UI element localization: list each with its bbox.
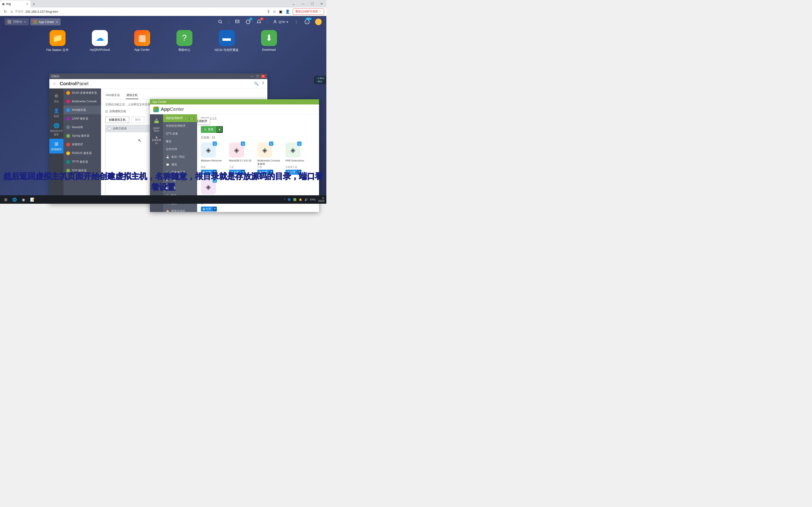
update-button[interactable]: 重新启动即可更新 ⋮ xyxy=(293,8,324,15)
desktop-icon-download[interactable]: ⬇ Download xyxy=(256,30,282,52)
leftnav-privilege[interactable]: 👤权限 xyxy=(49,106,63,120)
sidebar-item-partner[interactable]: 合作伙伴 xyxy=(163,145,197,153)
search-icon[interactable]: 🔍 xyxy=(254,81,259,86)
new-tab-button[interactable]: + xyxy=(31,1,37,7)
sublist-item-ldap[interactable]: LDAP 服务器 xyxy=(63,114,101,123)
select-all-checkbox[interactable] xyxy=(108,127,111,130)
desktop-icon-iscsi[interactable]: ▬ iSCSI 与光纤通道 xyxy=(214,30,240,52)
chevron-down-icon: ▾ xyxy=(287,20,288,24)
ac-leftbar-qnapstore[interactable]: QNAP Store xyxy=(150,125,163,134)
app-card[interactable]: ◈Q Multimedia Console 多媒体 工具 ◉ 打开 ▾ xyxy=(257,143,281,175)
qnap-tab-control-panel[interactable]: 控制台 × xyxy=(5,18,29,25)
tray-icon[interactable]: 🔵 xyxy=(288,198,291,201)
search-icon[interactable] xyxy=(217,19,223,25)
notepad-icon[interactable]: 📝 xyxy=(29,196,36,203)
app-icon: ◈Q xyxy=(229,143,244,158)
create-vhost-button[interactable]: 创建虚拟主机 xyxy=(105,117,129,123)
close-icon[interactable]: × xyxy=(26,2,28,6)
extensions-icon[interactable]: ▣ xyxy=(279,9,283,14)
qnap-tab-app-center[interactable]: App Center × xyxy=(30,18,61,25)
maximize-icon[interactable]: ☐ xyxy=(255,75,260,78)
apps-icon: ⊞ xyxy=(151,118,162,121)
app-card[interactable]: ◈Q Malware Remover 安全 ◉ 打开 ▾ xyxy=(201,143,224,175)
close-icon[interactable]: × xyxy=(24,20,26,24)
ac-titlebar[interactable]: App Center xyxy=(150,99,319,105)
info-icon[interactable]: 10+ xyxy=(304,19,310,25)
open-dropdown[interactable]: ▾ xyxy=(213,207,217,212)
sidebar-item-myapps[interactable]: 我的应用程序 13 xyxy=(163,114,197,122)
maximize-icon[interactable]: ☐ xyxy=(308,0,317,7)
desktop-icon-help[interactable]: ? 帮助中心 xyxy=(171,30,197,52)
chevron-down-icon[interactable]: ⌄ xyxy=(289,0,298,7)
sidebar-item-recommend[interactable]: 建议 xyxy=(163,137,197,145)
close-icon[interactable]: ✕ xyxy=(261,75,265,78)
leftnav-apps[interactable]: ⊞应用程序 xyxy=(49,139,63,154)
minimize-icon[interactable]: — xyxy=(250,75,254,78)
tab-webserver[interactable]: Web服务器 xyxy=(105,92,120,99)
open-button[interactable]: ◉ 打开 xyxy=(201,207,213,212)
delete-button[interactable]: 删除 xyxy=(132,117,144,123)
window-title: 控制台 xyxy=(51,74,60,78)
user-menu[interactable]: QYH ▾ xyxy=(273,20,288,24)
sidebar-item-allapps[interactable]: 全部的应用程序 xyxy=(163,122,197,130)
update-button[interactable]: ↻ 更新 xyxy=(201,126,217,133)
svg-line-1 xyxy=(221,22,222,23)
app-card[interactable]: ◈Q PHP Extensions 开发者工具 ◉ 打开 ▾ xyxy=(286,143,309,175)
star-icon[interactable]: ☆ xyxy=(273,9,276,14)
browser-tab[interactable]: ◐ ring × xyxy=(0,0,31,7)
sublist-item-radius[interactable]: RADIUS 服务器 xyxy=(63,149,101,158)
sublist-item-tftp[interactable]: TFTP 服务器 xyxy=(63,158,101,166)
ac-leftbar-myapps[interactable]: ⊞ 13 xyxy=(150,116,163,125)
qnap-desktop: 控制台 × App Center × | 1 xyxy=(0,16,326,204)
avatar[interactable] xyxy=(315,18,322,25)
tray-icon[interactable]: 🔔 xyxy=(299,198,302,201)
cp-titlebar[interactable]: 控制台 — ☐ ✕ xyxy=(49,73,267,79)
reload-icon[interactable]: ↻ xyxy=(2,9,8,14)
back-icon[interactable]: ← xyxy=(53,81,57,87)
sidebar-item-backup[interactable]: 💾备份 / 同步 xyxy=(163,153,197,161)
bell-icon[interactable]: 8 xyxy=(256,19,262,25)
close-icon[interactable]: ✕ xyxy=(317,0,326,7)
app-card[interactable]: ◈Q MariaDB 5 1.0.5.33 工具 ◉ 打开 ▾ xyxy=(229,143,253,175)
app-category: 工具 xyxy=(201,121,315,125)
sidebar-item-qts[interactable]: QTS 必备 xyxy=(163,130,197,137)
apps-icon: ⊞ xyxy=(49,141,63,147)
media-icon: ◉ xyxy=(151,136,162,138)
close-icon[interactable]: × xyxy=(56,20,58,24)
more-icon[interactable]: ⋮ xyxy=(294,19,299,25)
edge-icon[interactable]: 🌐 xyxy=(11,196,18,203)
minimize-icon[interactable]: — xyxy=(298,0,308,7)
tray-chevron-icon[interactable]: ^ xyxy=(284,198,285,201)
help-icon[interactable]: ? xyxy=(262,81,264,86)
profile-icon[interactable]: 👤 xyxy=(285,9,290,14)
desktop-icon-myqnapcloud[interactable]: ☁ myQNAPcloud xyxy=(87,30,113,52)
tab-vhost[interactable]: 虚拟主机 xyxy=(126,92,138,99)
leftnav-network[interactable]: 🌐网络和文件服务 xyxy=(49,120,63,139)
start-icon[interactable]: ⊞ xyxy=(2,196,9,203)
url-box[interactable]: ⚠ 不安全 192.168.3.237:8/cgi-bin/ xyxy=(10,10,264,14)
sublist-item-mariadb[interactable]: MariaDB xyxy=(63,123,101,131)
update-dropdown[interactable]: ▾ xyxy=(216,126,223,133)
chrome-icon[interactable]: ◉ xyxy=(20,196,27,203)
share-icon[interactable]: ⇪ xyxy=(267,9,270,14)
desktop-icon-appcenter[interactable]: ▦ App Center xyxy=(129,30,155,52)
volume-icon[interactable]: 🔊 xyxy=(305,198,308,201)
desktop-icon-filestation[interactable]: 📁 File Station 文件 xyxy=(45,30,70,52)
sidebar-item-comm[interactable]: 💬通讯 xyxy=(163,161,197,169)
sidebar-item-home[interactable]: 🏠家庭自动化 xyxy=(163,207,197,212)
lang-label[interactable]: ENG xyxy=(310,198,316,201)
sublist-item-multimedia[interactable]: Multimedia Console xyxy=(63,97,101,106)
leftnav-system[interactable]: ⚙系统 xyxy=(49,91,63,106)
sync-icon[interactable]: 1 xyxy=(245,19,251,25)
sublist-item-dlna[interactable]: DLNA 多媒体服务器 xyxy=(63,89,101,97)
clock-time[interactable]: 0: xyxy=(318,197,324,200)
tray-icon[interactable]: 🟩 xyxy=(293,198,297,201)
sublist-item-syslog[interactable]: Syslog 服务器 xyxy=(63,131,101,140)
clock-date: 2023/ xyxy=(318,200,324,202)
cp-title: ControlPanel xyxy=(60,81,88,87)
dashboard-icon[interactable] xyxy=(235,19,240,25)
sublist-item-webserver[interactable]: Web服务器 xyxy=(63,106,101,114)
ac-leftbar-media[interactable]: ◉ 多媒体插件 xyxy=(150,134,163,147)
sublist-item-antivirus[interactable]: 病毒防护 xyxy=(63,140,101,149)
app-icon: ◈Q xyxy=(286,143,301,158)
